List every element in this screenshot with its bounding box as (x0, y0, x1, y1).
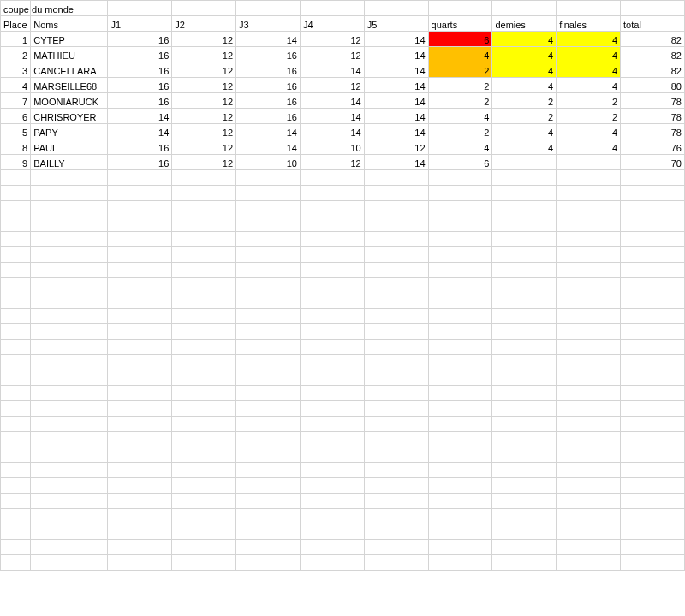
empty-cell[interactable] (31, 263, 108, 278)
empty-cell[interactable] (236, 232, 301, 247)
empty-cell[interactable] (428, 201, 492, 216)
cell-place[interactable]: 8 (1, 139, 31, 155)
empty-cell[interactable] (364, 432, 428, 447)
empty-cell[interactable] (492, 216, 557, 232)
empty-cell[interactable] (31, 432, 108, 447)
empty-cell[interactable] (428, 216, 492, 232)
cell-j5[interactable]: 14 (364, 62, 428, 78)
empty-cell[interactable] (172, 247, 236, 263)
empty-cell[interactable] (621, 355, 685, 370)
empty-cell[interactable] (172, 355, 236, 370)
empty-cell[interactable] (300, 494, 364, 509)
empty-cell[interactable] (428, 1, 492, 16)
empty-cell[interactable] (300, 386, 364, 401)
cell-demies[interactable]: 4 (492, 78, 557, 93)
empty-cell[interactable] (1, 401, 31, 417)
cell-finales[interactable]: 4 (557, 47, 621, 62)
empty-cell[interactable] (31, 478, 108, 494)
empty-cell[interactable] (557, 432, 621, 447)
empty-cell[interactable] (621, 293, 685, 309)
cell-j4[interactable]: 12 (300, 155, 364, 170)
empty-cell[interactable] (492, 1, 557, 16)
cell-place[interactable]: 4 (1, 78, 31, 93)
cell-place[interactable]: 2 (1, 47, 31, 62)
cell-demies[interactable]: 4 (492, 139, 557, 155)
empty-cell[interactable] (108, 278, 172, 293)
empty-cell[interactable] (428, 540, 492, 555)
header-total[interactable]: total (621, 16, 685, 32)
empty-cell[interactable] (364, 216, 428, 232)
empty-cell[interactable] (621, 370, 685, 386)
empty-cell[interactable] (557, 186, 621, 201)
empty-cell[interactable] (172, 232, 236, 247)
cell-j1[interactable]: 16 (108, 155, 172, 170)
empty-cell[interactable] (172, 401, 236, 417)
cell-demies[interactable]: 4 (492, 124, 557, 139)
cell-total[interactable]: 80 (621, 78, 685, 93)
empty-cell[interactable] (300, 340, 364, 355)
empty-cell[interactable] (1, 494, 31, 509)
empty-cell[interactable] (300, 263, 364, 278)
cell-j4[interactable]: 14 (300, 109, 364, 124)
empty-cell[interactable] (172, 370, 236, 386)
empty-cell[interactable] (492, 293, 557, 309)
empty-cell[interactable] (300, 417, 364, 432)
empty-cell[interactable] (31, 555, 108, 571)
empty-cell[interactable] (492, 386, 557, 401)
cell-total[interactable]: 76 (621, 139, 685, 155)
empty-cell[interactable] (428, 463, 492, 478)
empty-cell[interactable] (108, 509, 172, 524)
empty-cell[interactable] (31, 386, 108, 401)
empty-cell[interactable] (621, 170, 685, 186)
empty-cell[interactable] (557, 309, 621, 324)
cell-j3[interactable]: 14 (236, 32, 301, 47)
cell-j5[interactable]: 14 (364, 109, 428, 124)
empty-cell[interactable] (1, 309, 31, 324)
empty-cell[interactable] (236, 401, 301, 417)
empty-cell[interactable] (621, 309, 685, 324)
empty-cell[interactable] (108, 494, 172, 509)
empty-cell[interactable] (1, 170, 31, 186)
cell-nom[interactable]: CYTEP (31, 32, 108, 47)
cell-j1[interactable]: 14 (108, 124, 172, 139)
empty-cell[interactable] (300, 201, 364, 216)
empty-cell[interactable] (31, 324, 108, 340)
empty-cell[interactable] (428, 324, 492, 340)
cell-j5[interactable]: 14 (364, 155, 428, 170)
cell-j4[interactable]: 12 (300, 78, 364, 93)
empty-cell[interactable] (172, 447, 236, 463)
empty-cell[interactable] (428, 417, 492, 432)
empty-cell[interactable] (300, 447, 364, 463)
empty-cell[interactable] (364, 447, 428, 463)
empty-cell[interactable] (492, 263, 557, 278)
cell-nom[interactable]: CANCELLARA (31, 62, 108, 78)
empty-cell[interactable] (236, 293, 301, 309)
cell-j3[interactable]: 16 (236, 47, 301, 62)
cell-nom[interactable]: MOONIARUCK (31, 93, 108, 109)
empty-cell[interactable] (236, 324, 301, 340)
empty-cell[interactable] (31, 340, 108, 355)
cell-demies[interactable] (492, 155, 557, 170)
empty-cell[interactable] (236, 201, 301, 216)
cell-j4[interactable]: 12 (300, 47, 364, 62)
empty-cell[interactable] (236, 432, 301, 447)
empty-cell[interactable] (172, 263, 236, 278)
empty-cell[interactable] (1, 478, 31, 494)
empty-cell[interactable] (557, 370, 621, 386)
empty-cell[interactable] (236, 263, 301, 278)
empty-cell[interactable] (172, 494, 236, 509)
empty-cell[interactable] (172, 478, 236, 494)
empty-cell[interactable] (172, 278, 236, 293)
empty-cell[interactable] (621, 232, 685, 247)
empty-cell[interactable] (364, 309, 428, 324)
empty-cell[interactable] (492, 478, 557, 494)
empty-cell[interactable] (172, 509, 236, 524)
empty-cell[interactable] (1, 216, 31, 232)
cell-j3[interactable]: 14 (236, 139, 301, 155)
empty-cell[interactable] (108, 324, 172, 340)
empty-cell[interactable] (428, 170, 492, 186)
empty-cell[interactable] (428, 386, 492, 401)
empty-cell[interactable] (300, 324, 364, 340)
empty-cell[interactable] (364, 340, 428, 355)
cell-place[interactable]: 1 (1, 32, 31, 47)
